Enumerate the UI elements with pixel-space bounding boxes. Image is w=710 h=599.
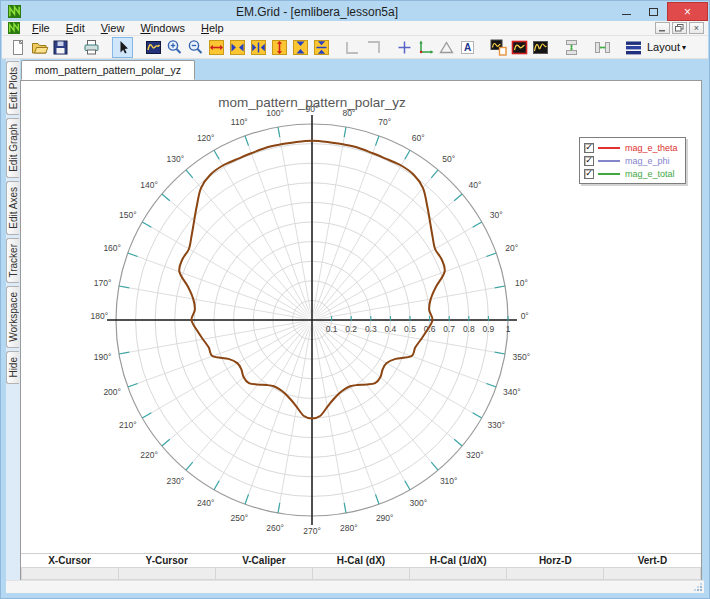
plot-wave-button[interactable] — [143, 37, 164, 58]
svg-text:0.8: 0.8 — [463, 324, 475, 334]
readout-headers: X-Cursor Y-Cursor V-Caliper H-Cal (dX) H… — [21, 554, 701, 567]
readout-values — [21, 567, 701, 580]
zoom-in-icon — [165, 38, 184, 57]
new-plot-button[interactable] — [488, 37, 509, 58]
menu-windows[interactable]: Windows — [132, 21, 193, 35]
sidebar-tab-tracker[interactable]: Tracker — [6, 238, 19, 284]
resize-grip-icon[interactable] — [692, 581, 703, 592]
readout-header-x-cursor: X-Cursor — [21, 555, 118, 566]
v-fit-icon — [312, 38, 331, 57]
v-compress-button[interactable] — [290, 37, 311, 58]
v-stretch-icon — [270, 38, 289, 57]
svg-text:200°: 200° — [103, 387, 121, 397]
svg-text:30°: 30° — [490, 210, 503, 220]
mdi-restore-button[interactable] — [672, 22, 687, 34]
h-stretch-button[interactable] — [206, 37, 227, 58]
document-tab-active[interactable]: mom_pattern_pattern_polar_yz — [21, 60, 195, 80]
minimize-button[interactable] — [613, 2, 640, 21]
legend-checkbox[interactable]: ✓ — [584, 143, 594, 153]
v-fit-button[interactable] — [311, 37, 332, 58]
mdi-minimize-icon — [659, 25, 666, 32]
v-stretch-button[interactable] — [269, 37, 290, 58]
svg-text:300°: 300° — [410, 498, 428, 508]
svg-text:140°: 140° — [140, 180, 158, 190]
menu-help[interactable]: Help — [193, 21, 232, 35]
axes-icon — [416, 38, 435, 57]
open-file-button[interactable] — [29, 37, 50, 58]
frame-corner1-button[interactable] — [342, 37, 363, 58]
text-label-button[interactable]: A — [457, 37, 478, 58]
triangle-icon — [437, 38, 456, 57]
h-fit-button[interactable] — [248, 37, 269, 58]
readout-header-vert-d: Vert-D — [604, 555, 701, 566]
readout-header-y-cursor: Y-Cursor — [118, 555, 215, 566]
svg-text:350°: 350° — [513, 352, 531, 362]
document-tab-strip: mom_pattern_pattern_polar_yz — [20, 59, 704, 80]
plot-wave-icon — [144, 38, 163, 57]
new-file-button[interactable] — [8, 37, 29, 58]
frame-corner2-button[interactable] — [363, 37, 384, 58]
menu-edit[interactable]: Edit — [58, 21, 93, 35]
legend-line-sample — [598, 160, 620, 162]
readout-header-h-cal-1dx: H-Cal (1/dX) — [410, 555, 507, 566]
check-icon: ✓ — [585, 169, 593, 178]
active-plot-button[interactable] — [509, 37, 530, 58]
legend-item: ✓ mag_e_phi — [584, 154, 678, 167]
legend-item: ✓ mag_e_theta — [584, 141, 678, 154]
svg-text:0°: 0° — [521, 311, 529, 321]
svg-text:120°: 120° — [197, 133, 215, 143]
check-icon: ✓ — [585, 156, 593, 165]
select-cursor-button[interactable] — [112, 37, 133, 58]
svg-text:240°: 240° — [197, 498, 215, 508]
v-distribute-button[interactable] — [561, 37, 582, 58]
mdi-minimize-button[interactable] — [655, 22, 670, 34]
zoom-out-icon — [186, 38, 205, 57]
maximize-button[interactable] — [640, 2, 667, 21]
open-file-icon — [30, 38, 49, 57]
save-button[interactable] — [50, 37, 71, 58]
zoom-out-button[interactable] — [185, 37, 206, 58]
sidebar-tab-edit-graph[interactable]: Edit Graph — [6, 118, 19, 178]
mdi-close-icon: × — [694, 24, 699, 33]
legend-checkbox[interactable]: ✓ — [584, 169, 594, 179]
svg-text:1: 1 — [506, 324, 511, 334]
svg-text:0.5: 0.5 — [404, 324, 416, 334]
sidebar-tab-edit-plots[interactable]: Edit Plots — [6, 61, 19, 115]
sidebar-tab-hide[interactable]: Hide — [6, 351, 19, 384]
save-icon — [51, 38, 70, 57]
axes-marker-button[interactable] — [415, 37, 436, 58]
triangle-marker-button[interactable] — [436, 37, 457, 58]
svg-text:220°: 220° — [140, 450, 158, 460]
svg-text:0.2: 0.2 — [345, 324, 357, 334]
crosshair-button[interactable] — [394, 37, 415, 58]
svg-text:60°: 60° — [412, 133, 425, 143]
layout-dropdown-label[interactable]: Layout — [647, 41, 680, 53]
readout-header-h-cal-dx: H-Cal (dX) — [312, 555, 409, 566]
readout-value-cell — [21, 567, 119, 580]
print-button[interactable] — [81, 37, 102, 58]
zoom-in-button[interactable] — [164, 37, 185, 58]
legend-item: ✓ mag_e_total — [584, 167, 678, 180]
svg-text:110°: 110° — [231, 117, 248, 127]
menu-view[interactable]: View — [93, 21, 133, 35]
side-tab-strip: Edit Plots Edit Graph Edit Axes Tracker … — [6, 59, 20, 580]
active-plot-icon — [510, 38, 529, 57]
mdi-client: mom_pattern_pattern_polar_yz 0.10.20.30.… — [20, 59, 704, 580]
all-plots-button[interactable] — [530, 37, 551, 58]
legend-checkbox[interactable]: ✓ — [584, 156, 594, 166]
close-button[interactable]: × — [667, 2, 708, 21]
sidebar-tab-edit-axes[interactable]: Edit Axes — [6, 181, 19, 235]
readout-value-cell — [604, 567, 701, 580]
svg-text:320°: 320° — [466, 450, 484, 460]
h-distribute-button[interactable] — [592, 37, 613, 58]
h-fit-icon — [249, 38, 268, 57]
svg-text:70°: 70° — [378, 117, 391, 127]
mdi-close-button[interactable]: × — [689, 22, 704, 34]
svg-text:210°: 210° — [119, 420, 137, 430]
legend-label: mag_e_phi — [625, 156, 670, 166]
menu-file[interactable]: File — [24, 21, 58, 35]
h-compress-button[interactable] — [227, 37, 248, 58]
document-logo-icon — [8, 22, 20, 34]
sidebar-tab-workspace[interactable]: Workspace — [6, 286, 19, 348]
layout-button[interactable] — [623, 37, 644, 58]
